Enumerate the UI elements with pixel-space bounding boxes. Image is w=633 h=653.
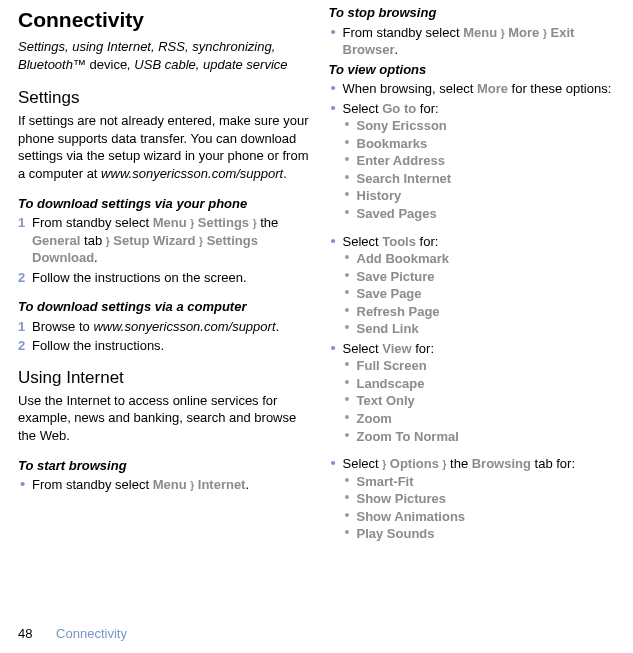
sub-item: Sony Ericsson (343, 117, 620, 135)
site: www.sonyericsson.com/support (93, 319, 275, 334)
txt: for: (412, 341, 434, 356)
dl-comp-steps: 1Browse to www.sonyericsson.com/support.… (18, 318, 309, 355)
sub-item-label: Save Page (357, 286, 422, 301)
stop-list: From standby select Menu } More } Exit B… (329, 24, 620, 59)
txt: . (245, 477, 249, 492)
sub-item: Show Pictures (343, 490, 620, 508)
list-item: From standby select Menu } More } Exit B… (329, 24, 620, 59)
list-item: From standby select Menu } Internet. (18, 476, 309, 494)
txt: From standby select (32, 215, 153, 230)
sub-item-label: Text Only (357, 393, 415, 408)
list-item: When browsing, select More for these opt… (329, 80, 620, 98)
txt: Select (343, 234, 383, 249)
dl-phone-steps: 1 From standby select Menu } Settings } … (18, 214, 309, 286)
sub-item-label: Show Animations (357, 509, 466, 524)
sub-item: History (343, 187, 620, 205)
intro-italic2: , USB cable, update service (127, 57, 287, 72)
sub-item: Zoom To Normal (343, 428, 620, 446)
internet-label: Internet (198, 477, 246, 492)
page-number: 48 (18, 626, 32, 641)
txt: the (446, 456, 471, 471)
settings-heading: Settings (18, 87, 309, 110)
options-list: Select } Options } the Browsing tab for:… (329, 455, 620, 543)
sub-item: Landscape (343, 375, 620, 393)
browsing-label: Browsing (472, 456, 531, 471)
view-list: When browsing, select More for these opt… (329, 80, 620, 222)
sub-item-label: Bookmarks (357, 136, 428, 151)
dl-phone-heading: To download settings via your phone (18, 195, 309, 213)
sub-item-label: Search Internet (357, 171, 452, 186)
options-label: Options (390, 456, 439, 471)
sub-item: Refresh Page (343, 303, 620, 321)
txt: Select (343, 456, 383, 471)
start-list: From standby select Menu } Internet. (18, 476, 309, 494)
sub-item: Saved Pages (343, 205, 620, 223)
sub-item-label: Full Screen (357, 358, 427, 373)
dl-comp-heading: To download settings via a computer (18, 298, 309, 316)
page-title: Connectivity (18, 6, 309, 34)
sub-item: Zoom (343, 410, 620, 428)
options-sublist: Smart-FitShow PicturesShow AnimationsPla… (343, 473, 620, 543)
list-item-goto: Select Go to for: Sony EricssonBookmarks… (329, 100, 620, 223)
sub-item-label: History (357, 188, 402, 203)
arrow-icon: } (382, 459, 386, 470)
sub-item: Bookmarks (343, 135, 620, 153)
sub-item: Send Link (343, 320, 620, 338)
sub-item-label: Enter Address (357, 153, 445, 168)
txt: Follow the instructions on the screen. (32, 270, 247, 285)
general-label: General (32, 233, 80, 248)
txt: Select (343, 101, 383, 116)
sub-item: Save Page (343, 285, 620, 303)
txt: for: (416, 101, 438, 116)
intro-plain: device (90, 57, 128, 72)
list-item-tools: Select Tools for: Add BookmarkSave Pictu… (329, 233, 620, 338)
sub-item: Enter Address (343, 152, 620, 170)
sub-item-label: Refresh Page (357, 304, 440, 319)
sub-item-label: Zoom (357, 411, 392, 426)
sub-item-label: Saved Pages (357, 206, 437, 221)
sub-item-label: Show Pictures (357, 491, 447, 506)
step-2: 2Follow the instructions. (18, 337, 309, 355)
sub-item: Show Animations (343, 508, 620, 526)
sub-item-label: Play Sounds (357, 526, 435, 541)
view-label: View (382, 341, 411, 356)
sub-item-label: Zoom To Normal (357, 429, 459, 444)
txt: From standby select (343, 25, 464, 40)
settings-label: Settings (198, 215, 249, 230)
txt: for these options: (508, 81, 611, 96)
settings-body-2: . (283, 166, 287, 181)
settings-site: www.sonyericsson.com/support (101, 166, 283, 181)
sub-item-label: Sony Ericsson (357, 118, 447, 133)
intro-text: Settings, using Internet, RSS, synchroni… (18, 38, 309, 73)
setup-label: Setup Wizard (113, 233, 195, 248)
menu-label: Menu (153, 215, 187, 230)
more-label: More (508, 25, 539, 40)
sub-item-label: Smart-Fit (357, 474, 414, 489)
more-label: More (477, 81, 508, 96)
arrow-icon: } (190, 218, 194, 229)
txt: Follow the instructions. (32, 338, 164, 353)
arrow-icon: } (106, 236, 110, 247)
tools-label: Tools (382, 234, 416, 249)
sub-item-label: Send Link (357, 321, 419, 336)
tools-sublist: Add BookmarkSave PictureSave PageRefresh… (343, 250, 620, 338)
page-footer: 48 Connectivity (18, 625, 127, 643)
txt: . (276, 319, 280, 334)
view-sublist: Full ScreenLandscapeText OnlyZoomZoom To… (343, 357, 620, 445)
view-heading: To view options (329, 61, 620, 79)
stop-heading: To stop browsing (329, 4, 620, 22)
txt: When browsing, select (343, 81, 477, 96)
tools-list: Select Tools for: Add BookmarkSave Pictu… (329, 233, 620, 446)
sub-item-label: Landscape (357, 376, 425, 391)
section-name: Connectivity (56, 626, 127, 641)
arrow-icon: } (190, 480, 194, 491)
goto-label: Go to (382, 101, 416, 116)
txt: tab for: (531, 456, 575, 471)
txt: for: (416, 234, 438, 249)
list-item-options: Select } Options } the Browsing tab for:… (329, 455, 620, 543)
sub-item: Search Internet (343, 170, 620, 188)
step-1: 1 From standby select Menu } Settings } … (18, 214, 309, 267)
txt: Browse to (32, 319, 93, 334)
sub-item: Add Bookmark (343, 250, 620, 268)
sub-item: Play Sounds (343, 525, 620, 543)
